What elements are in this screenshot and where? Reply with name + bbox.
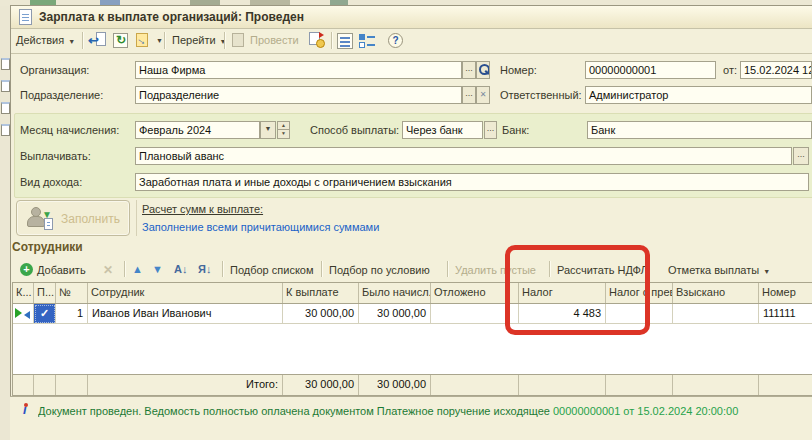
row-checkbox[interactable]: ✓ (34, 304, 56, 324)
delete-row-button[interactable]: ✕ (103, 263, 113, 277)
pay-kind-ellipsis-button[interactable]: ... (793, 147, 809, 165)
ellipsis-icon: ... (465, 88, 473, 98)
status-doc-ref: 00000000001 от 15.02.2024 20:00:00 (553, 405, 738, 417)
pay-kind-label: Выплачивать: (20, 150, 91, 162)
ellipsis-icon: ... (797, 149, 805, 159)
post-button[interactable]: Провести (230, 31, 306, 50)
actions-menu-button[interactable]: Действия▼ (16, 34, 75, 46)
post-label: Провести (250, 34, 299, 46)
sort-asc-button[interactable]: А↓ (174, 263, 187, 275)
goto-menu-button[interactable]: Перейти▼ (172, 34, 227, 46)
ellipsis-icon: ... (465, 63, 473, 73)
col-header-k: К... (13, 283, 34, 303)
move-up-icon: ▲ (132, 263, 143, 275)
pick-list-button[interactable]: Подбор списком (230, 264, 314, 276)
responsible-field[interactable]: Администратор (585, 86, 812, 104)
sort-desc-icon: Я↓ (198, 263, 211, 275)
list-lines-icon (340, 41, 350, 43)
delete-icon: ✕ (103, 263, 113, 277)
month-field[interactable]: Февраль 2024 (135, 121, 260, 139)
postings-button[interactable] (308, 31, 327, 50)
help-button[interactable]: ? (388, 33, 403, 48)
number-field[interactable]: 00000000001 (585, 61, 716, 79)
row-accrued-cell[interactable]: 30 000,00 (359, 304, 431, 324)
income-type-field[interactable]: Заработная плата и иные доходы с огранич… (135, 173, 809, 191)
print-button[interactable]: → ▼ (134, 31, 162, 50)
goto-label: Перейти (172, 34, 216, 46)
check-icon: ✓ (40, 307, 49, 319)
move-down-button[interactable]: ▼ (152, 263, 163, 275)
bank-label: Банк: (502, 124, 529, 136)
chevron-down-icon: ▼ (68, 38, 75, 45)
dept-ellipsis-button[interactable]: ... (462, 86, 476, 104)
row-collected-cell[interactable] (673, 304, 759, 324)
bank-field[interactable]: Банк (587, 121, 812, 139)
pay-kind-field[interactable]: Плановый аванс (135, 147, 792, 165)
footer-cell (13, 375, 34, 395)
current-row-marker-icon (15, 308, 33, 320)
fill-button[interactable]: ▼ Заполнить (16, 200, 130, 236)
table-empty-area[interactable] (13, 324, 812, 374)
pay-method-ellipsis-button[interactable]: ... (484, 121, 497, 139)
red-highlight-annotation (505, 245, 650, 335)
document-icon (19, 9, 32, 25)
pay-mark-label: Отметка выплаты (668, 264, 759, 276)
employees-table: К... П... № Сотрудник К выплате Было нач… (12, 282, 812, 396)
line-small-icon (367, 36, 375, 38)
footer-cell (759, 375, 812, 395)
view-settings-button[interactable] (358, 33, 376, 49)
add-row-button[interactable]: + Добавить (20, 262, 110, 278)
toolbar-separator (447, 261, 449, 277)
org-ellipsis-button[interactable]: ... (462, 61, 476, 79)
reread-button[interactable]: ↩ (88, 31, 108, 50)
row-doc-number-cell[interactable]: 111111 (759, 304, 812, 324)
col-header-p: П... (34, 283, 56, 303)
row-number-cell[interactable]: 1 (56, 304, 88, 324)
sort-desc-button[interactable]: Я↓ (198, 263, 211, 275)
panel-window-icon (1, 102, 10, 114)
spin-down-icon: ▼ (281, 130, 286, 136)
footer-total-accrued: 30 000,00 (359, 375, 431, 395)
spin-down-button[interactable]: ▼ (277, 130, 290, 139)
employees-section-title: Сотрудники (12, 240, 83, 254)
list-settings-button[interactable] (337, 33, 353, 49)
fill-person-icon: ▼ (25, 206, 51, 232)
fill-all-sums-link[interactable]: Заполнение всеми причитающимися суммами (142, 221, 379, 233)
month-spinner[interactable]: ▲ ▼ (277, 121, 290, 139)
move-down-icon: ▼ (152, 263, 163, 275)
responsible-label: Ответственный: (500, 89, 582, 101)
move-up-button[interactable]: ▲ (132, 263, 143, 275)
table-footer-row: Итого: 30 000,00 30 000,00 (13, 374, 812, 396)
footer-cell (606, 375, 673, 395)
dept-field[interactable]: Подразделение (135, 86, 462, 104)
org-field[interactable]: Наша Фирма (135, 61, 462, 79)
row-employee-cell[interactable]: Иванов Иван Иванович (88, 304, 283, 324)
date-field[interactable]: 15.02.2024 12 (740, 61, 812, 79)
toolbar-separator (82, 32, 84, 49)
fill-button-label: Заполнить (61, 212, 120, 226)
footer-cell (431, 375, 519, 395)
footer-total-label: Итого: (88, 375, 283, 395)
dept-clear-button[interactable]: ✕ (476, 86, 490, 104)
pick-condition-button[interactable]: Подбор по условию (329, 264, 430, 276)
refresh-button[interactable]: ↻ (112, 31, 130, 50)
spin-up-button[interactable]: ▲ (277, 121, 290, 130)
window-title: Зарплата к выплате организаций: Проведен (39, 10, 304, 24)
info-dot (24, 403, 28, 407)
line-small-icon (367, 44, 375, 46)
dept-label: Подразделение: (20, 89, 103, 101)
row-to-pay-cell[interactable]: 30 000,00 (283, 304, 359, 324)
org-lookup-button[interactable] (476, 61, 490, 79)
col-header-doc-number: Номер (759, 283, 812, 303)
row-marker-cell[interactable] (13, 304, 34, 324)
help-icon: ? (392, 35, 398, 46)
chevron-down-icon: ▼ (763, 268, 770, 275)
month-dropdown-button[interactable]: ▼ (260, 121, 276, 139)
pay-method-field[interactable]: Через банк (402, 121, 483, 139)
income-type-label: Вид дохода: (20, 176, 82, 188)
pay-mark-menu-button[interactable]: Отметка выплаты▼ (668, 264, 770, 276)
info-icon: i (20, 402, 32, 418)
chevron-down-icon: ▼ (265, 125, 272, 132)
toolbar-separator (331, 32, 333, 49)
status-text: Документ проведен. Ведомость полностью о… (38, 405, 553, 417)
